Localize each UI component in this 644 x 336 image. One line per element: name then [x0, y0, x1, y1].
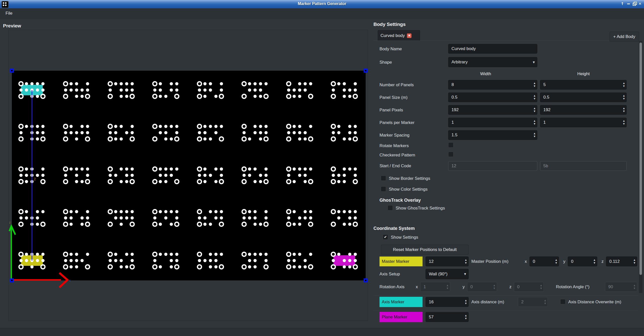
panels-width-spinner[interactable]: 8▲▼	[448, 80, 537, 90]
marker-corner-dot	[41, 210, 45, 213]
marker-dot	[164, 95, 168, 98]
marker-spacing-spinner[interactable]: 1.5▲▼	[448, 130, 537, 140]
menu-file[interactable]: File	[4, 8, 14, 18]
marker-dot	[337, 210, 340, 213]
marker-corner-dot	[309, 253, 312, 256]
marker-dot	[114, 174, 118, 177]
master-marker-id-spinner[interactable]: 12▲▼	[426, 257, 469, 266]
axis-distance-overwrite-checkbox[interactable]	[560, 299, 565, 304]
start-code-input[interactable]: 12	[448, 161, 537, 171]
maximize-icon[interactable]	[631, 1, 637, 7]
marker-dot	[75, 174, 78, 177]
marker-dot	[259, 137, 262, 141]
reset-marker-positions-button[interactable]: Reset Marker Positions to Default	[381, 245, 469, 255]
rotation-axis-label: Rotation Axis	[380, 284, 404, 289]
marker-dot	[36, 216, 39, 220]
tab-curved-body[interactable]: Curved body ✖	[378, 30, 420, 41]
rotation-z-spinner[interactable]: 0▲▼	[514, 282, 544, 292]
scrollbar-thumb[interactable]	[639, 43, 642, 275]
panel-pixels-height-spinner[interactable]: 192▲▼	[540, 105, 627, 115]
show-settings-checkbox[interactable]: ✔	[383, 234, 388, 240]
window-title: Marker Pattern Generator	[0, 2, 644, 6]
marker-dot	[198, 174, 201, 177]
marker-dot	[120, 137, 123, 141]
marker-dot	[120, 89, 123, 92]
show-border-settings-checkbox[interactable]	[381, 176, 386, 181]
ghostrack-overlay-heading: GhosTrack Overlay	[380, 198, 421, 203]
rotate-markers-checkbox[interactable]	[448, 142, 453, 148]
master-z-spinner[interactable]: 0.112▲▼	[606, 257, 637, 266]
canvas-corner-handle[interactable]	[364, 278, 368, 282]
show-color-settings-checkbox[interactable]	[381, 186, 386, 192]
show-ghostrack-settings-checkbox[interactable]	[388, 205, 393, 211]
marker-dot	[81, 216, 84, 220]
preview-panel[interactable]: 2zx	[8, 30, 368, 321]
panel-pixels-width-spinner[interactable]: 192▲▼	[448, 105, 537, 115]
canvas-corner-handle[interactable]	[10, 278, 14, 282]
marker-corner-dot	[41, 82, 45, 86]
close-tab-icon[interactable]: ✖	[407, 33, 411, 38]
panel-size-width-spinner[interactable]: 0.5▲▼	[448, 93, 537, 102]
marker-dot	[75, 259, 78, 262]
marker-dot	[25, 174, 28, 177]
marker-dot	[19, 259, 23, 262]
checkered-pattern-checkbox[interactable]	[448, 152, 453, 157]
canvas-corner-handle[interactable]	[10, 69, 14, 73]
master-y-spinner[interactable]: 0▲▼	[568, 257, 597, 266]
body-name-input[interactable]: Curved body	[448, 44, 537, 54]
master-x-spinner[interactable]: 0▲▼	[529, 257, 559, 266]
marker-dot	[214, 125, 218, 128]
marker-dot	[293, 167, 296, 171]
marker-corner-dot	[86, 82, 89, 86]
marker-dot	[332, 259, 335, 262]
marker-dot	[170, 253, 173, 256]
marker-dot	[125, 174, 128, 177]
canvas-corner-handle[interactable]	[364, 69, 368, 73]
marker-dot	[75, 167, 78, 171]
axis-marker-id-spinner[interactable]: 16▲▼	[426, 297, 469, 307]
marker-dot	[293, 131, 296, 134]
marker-dot	[348, 137, 352, 141]
marker-dot	[348, 125, 352, 128]
marker-dot	[114, 82, 118, 86]
marker-dot	[125, 131, 128, 134]
marker-dot	[159, 95, 162, 98]
panels-per-marker-height-spinner[interactable]: 1▲▼	[540, 118, 627, 127]
add-body-button[interactable]: + Add Body	[610, 32, 639, 41]
marker-dot	[109, 89, 112, 92]
minimize-icon[interactable]	[626, 1, 631, 7]
marker-dot	[209, 265, 212, 269]
marker-dot	[114, 210, 118, 213]
marker-preview-canvas[interactable]: 2zx	[9, 30, 368, 321]
marker-dot	[293, 265, 296, 269]
marker-dot	[81, 259, 84, 262]
marker-dot	[209, 210, 212, 213]
close-icon[interactable]: ✕	[637, 1, 643, 7]
panel-size-height-spinner[interactable]: 0.5▲▼	[540, 93, 627, 102]
rotation-x-spinner[interactable]: 1▲▼	[420, 282, 450, 292]
marker-dot	[36, 131, 39, 134]
marker-corner-dot	[131, 125, 134, 128]
marker-corner-dot	[131, 253, 134, 256]
marker-dot	[75, 95, 78, 98]
shape-select[interactable]: Arbitrary ▼	[448, 57, 537, 67]
rotation-angle-spinner[interactable]: 90▲▼	[605, 282, 637, 292]
axis-setup-select[interactable]: Wall (90°) ▼	[426, 269, 469, 279]
plane-marker-id-spinner[interactable]: 57▲▼	[426, 312, 469, 322]
marker-dot	[64, 174, 67, 177]
marker-corner-dot	[264, 253, 268, 256]
marker-dot	[243, 216, 246, 220]
panels-height-spinner[interactable]: 5▲▼	[540, 80, 627, 90]
marker-dot	[175, 216, 178, 220]
title-bar[interactable]: Marker Pattern Generator ↑ ✕	[0, 0, 644, 8]
marker-corner-dot	[86, 125, 89, 128]
rotation-y-spinner[interactable]: 0▲▼	[467, 282, 497, 292]
master-marker-tag: Master Marker	[380, 257, 423, 266]
marker-corner-dot	[309, 82, 312, 86]
panels-per-marker-width-spinner[interactable]: 1▲▼	[448, 118, 537, 127]
marker-dot	[164, 180, 168, 183]
marker-dot	[203, 216, 207, 220]
shade-window-icon[interactable]: ↑	[620, 1, 625, 7]
axis-distance-spinner[interactable]: 2▲▼	[518, 297, 548, 307]
end-code-input[interactable]: 5b	[540, 161, 627, 171]
